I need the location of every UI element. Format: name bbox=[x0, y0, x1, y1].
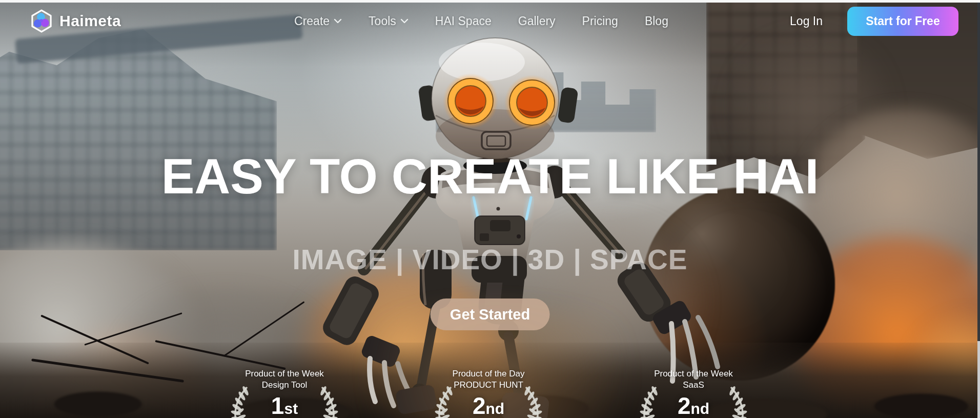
haimeta-logo-icon bbox=[30, 9, 53, 33]
laurel-right-icon bbox=[727, 385, 752, 418]
nav-item-gallery[interactable]: Gallery bbox=[518, 14, 556, 28]
chevron-down-icon bbox=[400, 18, 409, 24]
nav-item-label: Pricing bbox=[582, 14, 618, 28]
nav-item-label: Tools bbox=[369, 14, 396, 28]
nav-item-label: Blog bbox=[645, 14, 668, 28]
nav-item-pricing[interactable]: Pricing bbox=[582, 14, 618, 28]
browser-top-strip bbox=[0, 0, 980, 3]
award-badge-saas: Product of the Week SaaS 2nd bbox=[606, 368, 781, 418]
nav-item-label: Create bbox=[294, 14, 330, 28]
hero-background bbox=[0, 0, 980, 418]
award-rank: 2nd bbox=[401, 392, 576, 418]
laurel-left-icon bbox=[635, 385, 660, 418]
awards-row: Product of the Week Design Tool 1st Prod… bbox=[0, 368, 980, 418]
scrollbar-thumb[interactable] bbox=[977, 3, 980, 341]
main-menu: Create Tools HAI Space Gallery Pricing B… bbox=[294, 14, 668, 28]
laurel-right-icon bbox=[522, 385, 547, 418]
award-line1: Product of the Week bbox=[197, 368, 372, 380]
laurel-right-icon bbox=[318, 385, 343, 418]
laurel-left-icon bbox=[430, 385, 455, 418]
award-line1: Product of the Week bbox=[606, 368, 781, 380]
brand-logo[interactable]: Haimeta bbox=[30, 9, 121, 33]
nav-item-hai-space[interactable]: HAI Space bbox=[435, 14, 492, 28]
nav-item-label: Gallery bbox=[518, 14, 556, 28]
award-rank: 2nd bbox=[606, 392, 781, 418]
laurel-left-icon bbox=[226, 385, 251, 418]
login-link[interactable]: Log In bbox=[790, 14, 823, 28]
award-badge-product-hunt: Product of the Day PRODUCT HUNT 2nd bbox=[401, 368, 576, 418]
nav-item-create[interactable]: Create bbox=[294, 14, 342, 28]
award-line2: SaaS bbox=[606, 380, 781, 391]
scrollbar bbox=[977, 3, 980, 418]
chevron-down-icon bbox=[334, 18, 342, 24]
award-line1: Product of the Day bbox=[401, 368, 576, 380]
nav-item-tools[interactable]: Tools bbox=[369, 14, 409, 28]
brand-name: Haimeta bbox=[59, 12, 121, 30]
navbar: Haimeta Create Tools HAI Space Gallery P… bbox=[0, 3, 980, 39]
award-rank: 1st bbox=[197, 392, 372, 418]
get-started-button[interactable]: Get Started bbox=[431, 298, 550, 330]
award-line2: PRODUCT HUNT bbox=[401, 380, 576, 391]
award-badge-design-tool: Product of the Week Design Tool 1st bbox=[197, 368, 372, 418]
nav-item-label: HAI Space bbox=[435, 14, 492, 28]
page: EASY TO CREATE LIKE HAI IMAGE | VIDEO | … bbox=[0, 0, 980, 418]
start-for-free-button[interactable]: Start for Free bbox=[847, 7, 958, 36]
nav-right-group: Log In Start for Free bbox=[790, 7, 958, 36]
nav-item-blog[interactable]: Blog bbox=[645, 14, 668, 28]
award-line2: Design Tool bbox=[197, 380, 372, 391]
